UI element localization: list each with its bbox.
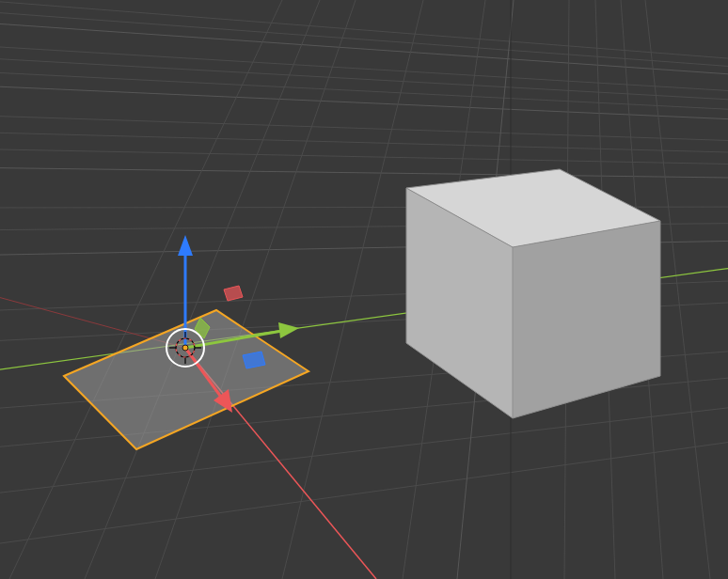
viewport-canvas[interactable] xyxy=(0,0,728,579)
viewport-3d[interactable] xyxy=(0,0,728,579)
svg-point-31 xyxy=(182,345,188,351)
